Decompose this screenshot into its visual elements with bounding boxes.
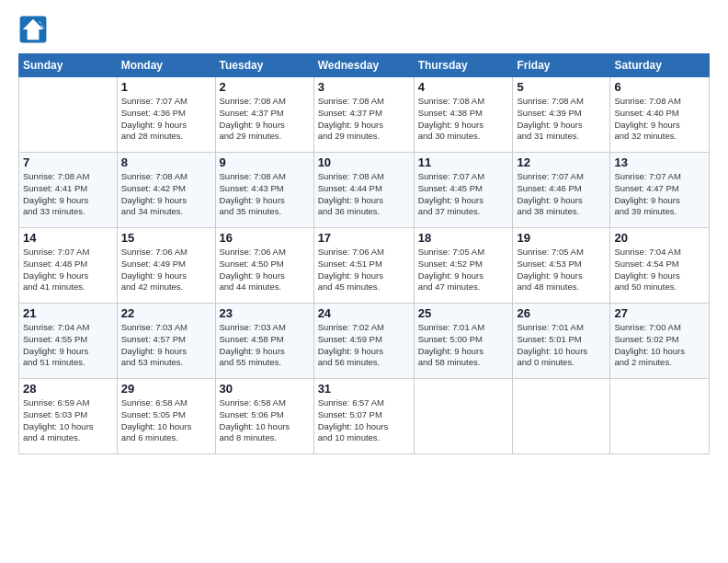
- calendar-week-3: 14Sunrise: 7:07 AMSunset: 4:48 PMDayligh…: [19, 228, 710, 304]
- day-info: Sunrise: 7:07 AMSunset: 4:46 PMDaylight:…: [517, 171, 606, 218]
- calendar-cell: 19Sunrise: 7:05 AMSunset: 4:53 PMDayligh…: [513, 228, 610, 304]
- calendar-cell: 27Sunrise: 7:00 AMSunset: 5:02 PMDayligh…: [610, 304, 710, 379]
- day-number: 26: [517, 306, 606, 320]
- logo: [18, 15, 51, 44]
- calendar-cell: 23Sunrise: 7:03 AMSunset: 4:58 PMDayligh…: [215, 304, 313, 379]
- calendar-cell: 24Sunrise: 7:02 AMSunset: 4:59 PMDayligh…: [313, 304, 414, 379]
- day-info: Sunrise: 7:08 AMSunset: 4:43 PMDaylight:…: [220, 171, 310, 218]
- calendar-header-row: SundayMondayTuesdayWednesdayThursdayFrid…: [19, 54, 710, 77]
- calendar-cell: 31Sunrise: 6:57 AMSunset: 5:07 PMDayligh…: [313, 379, 414, 454]
- calendar-cell: 25Sunrise: 7:01 AMSunset: 5:00 PMDayligh…: [414, 304, 513, 379]
- calendar-cell: 17Sunrise: 7:06 AMSunset: 4:51 PMDayligh…: [313, 228, 414, 304]
- day-number: 19: [517, 231, 606, 245]
- calendar-cell: 6Sunrise: 7:08 AMSunset: 4:40 PMDaylight…: [610, 77, 710, 153]
- day-info: Sunrise: 7:01 AMSunset: 5:01 PMDaylight:…: [517, 322, 606, 369]
- day-info: Sunrise: 7:08 AMSunset: 4:37 PMDaylight:…: [220, 96, 310, 143]
- page: SundayMondayTuesdayWednesdayThursdayFrid…: [0, 0, 728, 563]
- day-info: Sunrise: 7:08 AMSunset: 4:42 PMDaylight:…: [121, 171, 211, 218]
- day-info: Sunrise: 7:06 AMSunset: 4:49 PMDaylight:…: [121, 247, 211, 293]
- day-number: 3: [318, 80, 410, 94]
- calendar-cell: 10Sunrise: 7:08 AMSunset: 4:44 PMDayligh…: [313, 153, 414, 228]
- day-info: Sunrise: 7:03 AMSunset: 4:57 PMDaylight:…: [121, 322, 211, 369]
- calendar-cell: 15Sunrise: 7:06 AMSunset: 4:49 PMDayligh…: [117, 228, 215, 304]
- calendar-cell: 7Sunrise: 7:08 AMSunset: 4:41 PMDaylight…: [19, 153, 118, 228]
- day-info: Sunrise: 7:07 AMSunset: 4:47 PMDaylight:…: [614, 171, 705, 218]
- calendar-table: SundayMondayTuesdayWednesdayThursdayFrid…: [18, 53, 710, 454]
- calendar-cell: 21Sunrise: 7:04 AMSunset: 4:55 PMDayligh…: [19, 304, 118, 379]
- day-number: 6: [614, 80, 705, 94]
- day-number: 27: [614, 306, 705, 320]
- calendar-week-4: 21Sunrise: 7:04 AMSunset: 4:55 PMDayligh…: [19, 304, 710, 379]
- day-number: 12: [517, 155, 606, 169]
- day-number: 18: [418, 231, 509, 245]
- calendar-header-saturday: Saturday: [610, 54, 710, 77]
- calendar-cell: 14Sunrise: 7:07 AMSunset: 4:48 PMDayligh…: [19, 228, 118, 304]
- day-info: Sunrise: 7:05 AMSunset: 4:52 PMDaylight:…: [418, 247, 509, 293]
- day-info: Sunrise: 7:08 AMSunset: 4:41 PMDaylight:…: [23, 171, 113, 218]
- calendar-cell: 2Sunrise: 7:08 AMSunset: 4:37 PMDaylight…: [215, 77, 313, 153]
- day-number: 25: [418, 306, 509, 320]
- day-number: 7: [23, 155, 113, 169]
- day-info: Sunrise: 7:08 AMSunset: 4:39 PMDaylight:…: [517, 96, 606, 143]
- calendar-cell: 29Sunrise: 6:58 AMSunset: 5:05 PMDayligh…: [117, 379, 215, 454]
- day-number: 8: [121, 155, 211, 169]
- day-number: 5: [517, 80, 606, 94]
- calendar-cell: 28Sunrise: 6:59 AMSunset: 5:03 PMDayligh…: [19, 379, 118, 454]
- calendar-header-sunday: Sunday: [19, 54, 118, 77]
- day-info: Sunrise: 7:04 AMSunset: 4:54 PMDaylight:…: [614, 247, 705, 293]
- calendar-header-wednesday: Wednesday: [313, 54, 414, 77]
- calendar-header-thursday: Thursday: [414, 54, 513, 77]
- day-number: 21: [23, 306, 113, 320]
- calendar-cell: [414, 379, 513, 454]
- day-info: Sunrise: 7:06 AMSunset: 4:50 PMDaylight:…: [220, 247, 310, 293]
- day-info: Sunrise: 7:08 AMSunset: 4:38 PMDaylight:…: [418, 96, 509, 143]
- calendar-header-friday: Friday: [513, 54, 610, 77]
- day-number: 15: [121, 231, 211, 245]
- calendar-cell: 16Sunrise: 7:06 AMSunset: 4:50 PMDayligh…: [215, 228, 313, 304]
- calendar-cell: 5Sunrise: 7:08 AMSunset: 4:39 PMDaylight…: [513, 77, 610, 153]
- day-info: Sunrise: 6:58 AMSunset: 5:05 PMDaylight:…: [121, 397, 211, 444]
- day-info: Sunrise: 7:07 AMSunset: 4:48 PMDaylight:…: [23, 247, 113, 293]
- calendar-cell: 8Sunrise: 7:08 AMSunset: 4:42 PMDaylight…: [117, 153, 215, 228]
- day-number: 20: [614, 231, 705, 245]
- day-number: 17: [318, 231, 410, 245]
- day-number: 1: [121, 80, 211, 94]
- day-number: 29: [121, 382, 211, 396]
- day-info: Sunrise: 7:08 AMSunset: 4:44 PMDaylight:…: [318, 171, 410, 218]
- day-number: 31: [318, 382, 410, 396]
- day-number: 30: [220, 382, 310, 396]
- calendar-cell: [19, 77, 118, 153]
- calendar-cell: 9Sunrise: 7:08 AMSunset: 4:43 PMDaylight…: [215, 153, 313, 228]
- day-info: Sunrise: 7:00 AMSunset: 5:02 PMDaylight:…: [614, 322, 705, 369]
- calendar-cell: 30Sunrise: 6:58 AMSunset: 5:06 PMDayligh…: [215, 379, 313, 454]
- day-info: Sunrise: 7:01 AMSunset: 5:00 PMDaylight:…: [418, 322, 509, 369]
- day-info: Sunrise: 7:03 AMSunset: 4:58 PMDaylight:…: [220, 322, 310, 369]
- calendar-cell: 22Sunrise: 7:03 AMSunset: 4:57 PMDayligh…: [117, 304, 215, 379]
- day-number: 2: [220, 80, 310, 94]
- day-number: 24: [318, 306, 410, 320]
- calendar-week-2: 7Sunrise: 7:08 AMSunset: 4:41 PMDaylight…: [19, 153, 710, 228]
- calendar-week-5: 28Sunrise: 6:59 AMSunset: 5:03 PMDayligh…: [19, 379, 710, 454]
- day-info: Sunrise: 6:57 AMSunset: 5:07 PMDaylight:…: [318, 397, 410, 444]
- day-info: Sunrise: 7:08 AMSunset: 4:40 PMDaylight:…: [614, 96, 705, 143]
- day-number: 13: [614, 155, 705, 169]
- day-info: Sunrise: 7:07 AMSunset: 4:45 PMDaylight:…: [418, 171, 509, 218]
- day-info: Sunrise: 7:06 AMSunset: 4:51 PMDaylight:…: [318, 247, 410, 293]
- calendar-cell: 18Sunrise: 7:05 AMSunset: 4:52 PMDayligh…: [414, 228, 513, 304]
- day-info: Sunrise: 7:08 AMSunset: 4:37 PMDaylight:…: [318, 96, 410, 143]
- day-number: 14: [23, 231, 113, 245]
- day-number: 16: [220, 231, 310, 245]
- day-info: Sunrise: 6:58 AMSunset: 5:06 PMDaylight:…: [220, 397, 310, 444]
- calendar-cell: 4Sunrise: 7:08 AMSunset: 4:38 PMDaylight…: [414, 77, 513, 153]
- logo-icon: [18, 15, 48, 44]
- calendar-cell: 12Sunrise: 7:07 AMSunset: 4:46 PMDayligh…: [513, 153, 610, 228]
- calendar-header-tuesday: Tuesday: [215, 54, 313, 77]
- calendar-cell: 20Sunrise: 7:04 AMSunset: 4:54 PMDayligh…: [610, 228, 710, 304]
- calendar-cell: 13Sunrise: 7:07 AMSunset: 4:47 PMDayligh…: [610, 153, 710, 228]
- calendar-cell: 3Sunrise: 7:08 AMSunset: 4:37 PMDaylight…: [313, 77, 414, 153]
- calendar-cell: [513, 379, 610, 454]
- calendar-week-1: 1Sunrise: 7:07 AMSunset: 4:36 PMDaylight…: [19, 77, 710, 153]
- day-number: 11: [418, 155, 509, 169]
- day-info: Sunrise: 7:02 AMSunset: 4:59 PMDaylight:…: [318, 322, 410, 369]
- day-number: 10: [318, 155, 410, 169]
